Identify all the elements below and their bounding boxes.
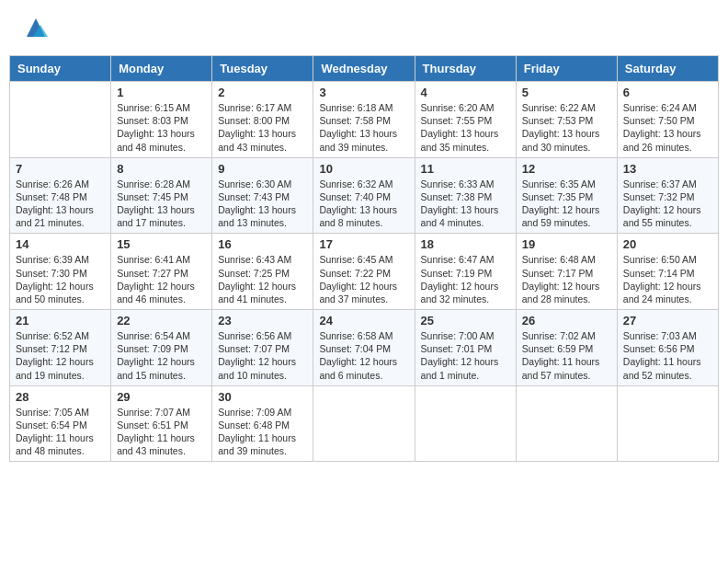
day-info: Sunrise: 6:35 AMSunset: 7:35 PMDaylight:… [522,178,611,230]
column-header-thursday: Thursday [415,56,516,82]
day-info: Sunrise: 6:22 AMSunset: 7:53 PMDaylight:… [522,101,611,154]
calendar-cell: 26Sunrise: 7:02 AMSunset: 6:59 PMDayligh… [516,310,617,386]
day-number: 30 [218,390,307,404]
day-info: Sunrise: 6:15 AMSunset: 8:03 PMDaylight:… [117,101,206,154]
day-number: 16 [218,237,307,251]
calendar-cell: 22Sunrise: 6:54 AMSunset: 7:09 PMDayligh… [111,310,212,386]
calendar-cell: 11Sunrise: 6:33 AMSunset: 7:38 PMDayligh… [415,157,516,234]
calendar-cell: 3Sunrise: 6:18 AMSunset: 7:58 PMDaylight… [313,82,415,158]
calendar-cell: 4Sunrise: 6:20 AMSunset: 7:55 PMDaylight… [415,82,516,158]
day-number: 11 [421,162,510,176]
calendar-cell [10,82,111,158]
day-info: Sunrise: 7:02 AMSunset: 6:59 PMDaylight:… [522,329,611,382]
column-header-friday: Friday [516,56,617,82]
column-header-tuesday: Tuesday [212,56,313,82]
day-number: 3 [319,86,408,99]
day-info: Sunrise: 6:37 AMSunset: 7:32 PMDaylight:… [623,178,712,230]
day-info: Sunrise: 6:18 AMSunset: 7:58 PMDaylight:… [319,101,408,154]
calendar-cell: 18Sunrise: 6:47 AMSunset: 7:19 PMDayligh… [415,234,516,310]
calendar-cell: 10Sunrise: 6:32 AMSunset: 7:40 PMDayligh… [313,157,415,234]
calendar-cell: 2Sunrise: 6:17 AMSunset: 8:00 PMDaylight… [212,82,313,158]
day-info: Sunrise: 7:05 AMSunset: 6:54 PMDaylight:… [16,406,105,458]
calendar-cell [415,385,516,462]
day-info: Sunrise: 6:32 AMSunset: 7:40 PMDaylight:… [319,178,408,230]
day-number: 23 [218,314,307,327]
column-header-sunday: Sunday [10,56,111,82]
column-header-monday: Monday [111,56,212,82]
calendar-cell: 9Sunrise: 6:30 AMSunset: 7:43 PMDaylight… [212,157,313,234]
day-info: Sunrise: 6:20 AMSunset: 7:55 PMDaylight:… [421,101,510,154]
day-number: 5 [522,86,611,99]
calendar-table: SundayMondayTuesdayWednesdayThursdayFrid… [9,55,719,462]
calendar-week-row: 1Sunrise: 6:15 AMSunset: 8:03 PMDaylight… [10,82,719,158]
calendar-week-row: 21Sunrise: 6:52 AMSunset: 7:12 PMDayligh… [10,310,719,386]
calendar-cell: 13Sunrise: 6:37 AMSunset: 7:32 PMDayligh… [617,157,718,234]
calendar-cell [617,385,718,462]
logo-icon [22,14,50,41]
calendar-cell: 14Sunrise: 6:39 AMSunset: 7:30 PMDayligh… [10,234,111,310]
calendar-cell [313,385,415,462]
day-number: 27 [623,314,712,327]
calendar-cell: 19Sunrise: 6:48 AMSunset: 7:17 PMDayligh… [516,234,617,310]
calendar-cell: 15Sunrise: 6:41 AMSunset: 7:27 PMDayligh… [111,234,212,310]
day-info: Sunrise: 6:17 AMSunset: 8:00 PMDaylight:… [218,101,307,154]
calendar-cell: 28Sunrise: 7:05 AMSunset: 6:54 PMDayligh… [10,385,111,462]
day-info: Sunrise: 7:09 AMSunset: 6:48 PMDaylight:… [218,406,307,458]
day-number: 9 [218,162,307,176]
day-number: 22 [117,314,206,327]
calendar-cell: 21Sunrise: 6:52 AMSunset: 7:12 PMDayligh… [10,310,111,386]
day-info: Sunrise: 6:50 AMSunset: 7:14 PMDaylight:… [623,253,712,305]
calendar-cell: 30Sunrise: 7:09 AMSunset: 6:48 PMDayligh… [212,385,313,462]
column-header-wednesday: Wednesday [313,56,415,82]
day-info: Sunrise: 6:33 AMSunset: 7:38 PMDaylight:… [421,178,510,230]
day-info: Sunrise: 6:26 AMSunset: 7:48 PMDaylight:… [16,178,105,230]
calendar-cell: 23Sunrise: 6:56 AMSunset: 7:07 PMDayligh… [212,310,313,386]
calendar-cell: 16Sunrise: 6:43 AMSunset: 7:25 PMDayligh… [212,234,313,310]
day-number: 17 [319,237,408,251]
day-number: 10 [319,162,408,176]
day-info: Sunrise: 6:28 AMSunset: 7:45 PMDaylight:… [117,178,206,230]
day-info: Sunrise: 6:48 AMSunset: 7:17 PMDaylight:… [522,253,611,305]
calendar-cell [516,385,617,462]
calendar-cell: 12Sunrise: 6:35 AMSunset: 7:35 PMDayligh… [516,157,617,234]
day-number: 14 [16,237,105,251]
day-info: Sunrise: 6:52 AMSunset: 7:12 PMDaylight:… [16,329,105,382]
day-number: 8 [117,162,206,176]
calendar-header-row: SundayMondayTuesdayWednesdayThursdayFrid… [10,56,719,82]
calendar-cell: 7Sunrise: 6:26 AMSunset: 7:48 PMDaylight… [10,157,111,234]
day-number: 28 [16,390,105,404]
day-number: 18 [421,237,510,251]
day-info: Sunrise: 7:03 AMSunset: 6:56 PMDaylight:… [623,329,712,382]
day-info: Sunrise: 6:30 AMSunset: 7:43 PMDaylight:… [218,178,307,230]
day-info: Sunrise: 6:45 AMSunset: 7:22 PMDaylight:… [319,253,408,305]
logo [18,14,50,41]
day-info: Sunrise: 7:00 AMSunset: 7:01 PMDaylight:… [421,329,510,382]
calendar-week-row: 14Sunrise: 6:39 AMSunset: 7:30 PMDayligh… [10,234,719,310]
day-info: Sunrise: 6:41 AMSunset: 7:27 PMDaylight:… [117,253,206,305]
calendar-cell: 8Sunrise: 6:28 AMSunset: 7:45 PMDaylight… [111,157,212,234]
calendar-week-row: 7Sunrise: 6:26 AMSunset: 7:48 PMDaylight… [10,157,719,234]
calendar-week-row: 28Sunrise: 7:05 AMSunset: 6:54 PMDayligh… [10,385,719,462]
day-info: Sunrise: 6:43 AMSunset: 7:25 PMDaylight:… [218,253,307,305]
day-number: 13 [623,162,712,176]
day-number: 25 [421,314,510,327]
calendar-cell: 24Sunrise: 6:58 AMSunset: 7:04 PMDayligh… [313,310,415,386]
day-number: 7 [16,162,105,176]
day-number: 1 [117,86,206,99]
calendar-cell: 29Sunrise: 7:07 AMSunset: 6:51 PMDayligh… [111,385,212,462]
day-number: 29 [117,390,206,404]
calendar-cell: 25Sunrise: 7:00 AMSunset: 7:01 PMDayligh… [415,310,516,386]
day-info: Sunrise: 6:39 AMSunset: 7:30 PMDaylight:… [16,253,105,305]
day-number: 12 [522,162,611,176]
day-number: 19 [522,237,611,251]
calendar-cell: 17Sunrise: 6:45 AMSunset: 7:22 PMDayligh… [313,234,415,310]
day-info: Sunrise: 6:47 AMSunset: 7:19 PMDaylight:… [421,253,510,305]
day-number: 4 [421,86,510,99]
day-number: 21 [16,314,105,327]
calendar-cell: 5Sunrise: 6:22 AMSunset: 7:53 PMDaylight… [516,82,617,158]
day-info: Sunrise: 6:58 AMSunset: 7:04 PMDaylight:… [319,329,408,382]
day-info: Sunrise: 7:07 AMSunset: 6:51 PMDaylight:… [117,406,206,458]
calendar-cell: 6Sunrise: 6:24 AMSunset: 7:50 PMDaylight… [617,82,718,158]
day-number: 24 [319,314,408,327]
calendar-cell: 1Sunrise: 6:15 AMSunset: 8:03 PMDaylight… [111,82,212,158]
